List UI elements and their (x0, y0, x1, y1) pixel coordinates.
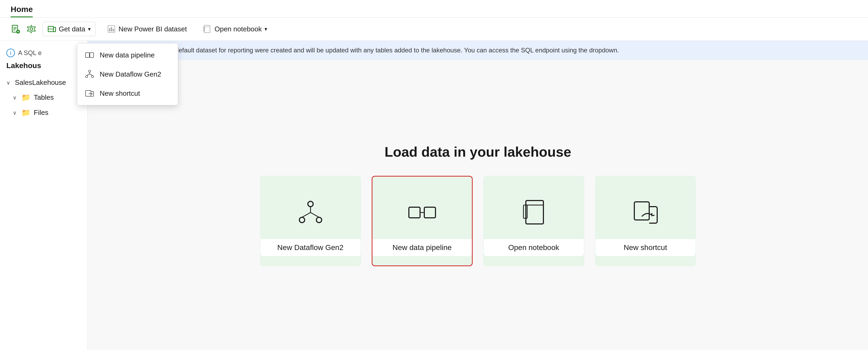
svg-line-33 (302, 212, 311, 217)
main-content: Load data in your lakehouse (88, 60, 868, 350)
lakehouse-title: Lakehous (0, 59, 88, 72)
tree-section: ∨ SalesLakehouse ∨ 📁 Tables ∨ 📁 Files (0, 75, 88, 120)
dataflow-icon (85, 69, 94, 79)
svg-point-31 (316, 217, 322, 223)
svg-rect-41 (634, 202, 649, 220)
card-notebook[interactable]: Open notebook (483, 176, 584, 266)
svg-line-21 (92, 94, 93, 94)
pipeline-icon (85, 50, 94, 60)
get-data-chevron-icon: ▾ (88, 26, 91, 32)
get-data-dropdown: New data pipeline New Dataflow Gen (77, 43, 178, 105)
sidebar-header: i A SQL e (0, 46, 88, 59)
powerbi-icon (107, 25, 116, 33)
svg-point-29 (308, 201, 313, 207)
svg-line-17 (87, 74, 90, 76)
dropdown-item-shortcut[interactable]: New shortcut (78, 84, 178, 103)
sidebar: i A SQL e Lakehous ∨ SalesLakehouse ∨ 📁 … (0, 41, 88, 350)
svg-point-13 (89, 70, 91, 72)
sidebar-sql-label: A SQL e (18, 49, 42, 57)
dropdown-pipeline-label: New data pipeline (100, 51, 155, 59)
pipeline-card-icon (407, 186, 437, 239)
svg-rect-23 (109, 28, 110, 31)
info-banner-text: A SQL endpoint and a default dataset for… (111, 47, 619, 54)
dropdown-item-pipeline[interactable]: New data pipeline (78, 46, 178, 65)
new-powerbi-button[interactable]: New Power BI dataset (102, 22, 192, 36)
chevron-down-icon: ∨ (13, 94, 18, 101)
get-data-label: Get data (59, 25, 85, 33)
saleslakehouse-label: SalesLakehouse (15, 79, 66, 87)
svg-point-7 (30, 28, 33, 30)
info-icon: i (6, 49, 15, 57)
svg-rect-24 (111, 27, 112, 31)
sidebar-item-files[interactable]: ∨ 📁 Files (0, 105, 88, 120)
files-label: Files (34, 109, 49, 117)
svg-line-18 (90, 74, 93, 76)
cards-row: New Dataflow Gen2 New data pipeline (260, 176, 696, 266)
settings-icon[interactable] (27, 24, 36, 34)
card-dataflow[interactable]: New Dataflow Gen2 (260, 176, 361, 266)
sidebar-item-tables[interactable]: ∨ 📁 Tables (0, 90, 88, 105)
svg-rect-38 (526, 201, 544, 224)
svg-rect-36 (424, 207, 435, 218)
svg-point-14 (86, 76, 88, 78)
notebook-card-label: Open notebook (484, 239, 584, 256)
new-powerbi-label: New Power BI dataset (119, 25, 187, 33)
get-data-button[interactable]: Get data ▾ (42, 22, 96, 36)
svg-rect-11 (90, 53, 94, 57)
page-title: Home (11, 5, 33, 17)
dataflow-card-icon (297, 186, 324, 239)
folder-icon: 📁 (21, 93, 31, 102)
section-title: Load data in your lakehouse (384, 144, 571, 160)
svg-point-30 (299, 217, 305, 223)
tables-label: Tables (34, 93, 54, 101)
sidebar-item-saleslakehouse[interactable]: ∨ SalesLakehouse (0, 75, 88, 90)
svg-rect-10 (86, 53, 89, 57)
shortcut-card-label: New shortcut (595, 239, 695, 256)
svg-rect-35 (409, 207, 420, 218)
info-banner: i A SQL endpoint and a default dataset f… (88, 41, 868, 60)
svg-rect-25 (113, 29, 114, 31)
svg-point-15 (91, 76, 94, 78)
dropdown-item-dataflow[interactable]: New Dataflow Gen2 (78, 65, 178, 84)
folder-icon: 📁 (21, 108, 31, 117)
shortcut-icon (85, 89, 94, 98)
card-shortcut[interactable]: New shortcut (595, 176, 696, 266)
svg-rect-26 (204, 25, 210, 33)
open-notebook-button[interactable]: Open notebook ▾ (198, 22, 272, 36)
pipeline-card-label: New data pipeline (372, 239, 472, 256)
notebook-icon (203, 25, 212, 33)
dropdown-dataflow-label: New Dataflow Gen2 (100, 70, 161, 79)
shortcut-card-icon (632, 186, 659, 239)
get-data-icon (48, 25, 56, 33)
toolbar: Get data ▾ New data pipeline (0, 18, 868, 41)
content-area: i A SQL endpoint and a default dataset f… (88, 41, 868, 350)
new-file-icon[interactable] (11, 24, 20, 34)
chevron-down-icon: ∨ (13, 110, 18, 116)
svg-line-34 (311, 212, 319, 217)
dropdown-shortcut-label: New shortcut (100, 89, 140, 97)
card-pipeline[interactable]: New data pipeline (372, 176, 473, 266)
chevron-down-icon: ∨ (6, 80, 12, 86)
notebook-card-icon (522, 186, 546, 239)
open-notebook-label: Open notebook (215, 25, 262, 33)
dataflow-card-label: New Dataflow Gen2 (260, 239, 361, 256)
open-notebook-chevron-icon: ▾ (265, 26, 267, 32)
